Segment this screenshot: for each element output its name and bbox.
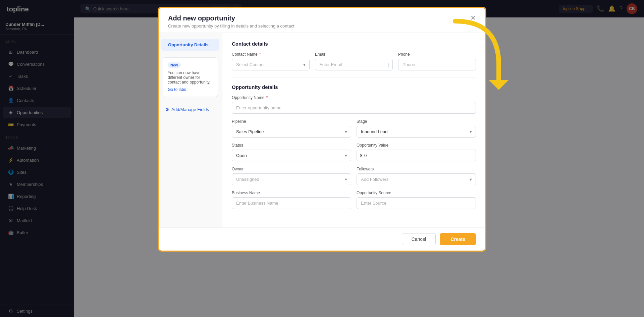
business-name-group: Business Name <box>232 191 351 209</box>
stage-select-wrapper: Inbound Lead ▼ <box>357 126 476 138</box>
create-button[interactable]: Create <box>440 233 476 245</box>
opp-name-group: Opportunity Name * <box>232 95 476 114</box>
modal-sidebar: Opportunity Details New You can now have… <box>159 33 222 227</box>
contact-details-title: Contact details <box>232 41 476 47</box>
opp-name-input[interactable] <box>232 102 476 114</box>
new-badge: New <box>168 62 181 68</box>
add-manage-label: Add/Manage Fields <box>171 107 209 112</box>
status-value-row: Status Open ▼ Opportunity Value $ <box>232 143 476 161</box>
stage-label: Stage <box>357 119 476 124</box>
contact-name-select[interactable]: Select Contact <box>232 59 310 70</box>
status-select[interactable]: Open <box>232 150 351 161</box>
opportunity-details-title: Opportunity details <box>232 84 476 90</box>
opp-value-label: Opportunity Value <box>357 143 476 148</box>
gear-icon: ⚙ <box>165 107 169 112</box>
modal-wrapper: Add new opportunity Create new opportuni… <box>158 7 486 252</box>
add-manage-fields-link[interactable]: ⚙ Add/Manage Fields <box>159 104 222 115</box>
new-badge-message: You can now have different owner for con… <box>168 70 213 85</box>
form-divider-1 <box>232 77 476 77</box>
go-to-labs-link[interactable]: Go to labs <box>168 87 186 92</box>
business-source-row: Business Name Opportunity Source <box>232 191 476 209</box>
business-name-label: Business Name <box>232 191 351 195</box>
followers-select-wrapper: Add Followers ▼ <box>357 173 476 185</box>
phone-input[interactable] <box>398 59 476 70</box>
opp-source-label: Opportunity Source <box>357 191 476 195</box>
opp-source-input[interactable] <box>357 197 476 209</box>
opp-value-input[interactable] <box>357 150 476 161</box>
followers-label: Followers <box>357 167 476 171</box>
contact-name-select-wrapper: Select Contact ▼ <box>232 59 310 70</box>
owner-group: Owner Unassigned ▼ <box>232 167 351 185</box>
modal-footer: Cancel Create <box>159 227 485 251</box>
contact-name-label: Contact Name * <box>232 52 310 57</box>
modal-header: Add new opportunity Create new opportuni… <box>159 8 485 33</box>
stage-select[interactable]: Inbound Lead <box>357 126 476 138</box>
status-select-wrapper: Open ▼ <box>232 150 351 161</box>
followers-select[interactable]: Add Followers <box>357 173 476 185</box>
opp-value-group: Opportunity Value $ <box>357 143 476 161</box>
pipeline-select-wrapper: Sales Pipeline ▼ <box>232 126 351 138</box>
opp-source-group: Opportunity Source <box>357 191 476 209</box>
modal-subtitle: Create new opportunity by filling in det… <box>168 23 294 29</box>
modal-sidebar-item-label: Opportunity Details <box>168 42 209 47</box>
opp-value-wrapper: $ <box>357 150 476 161</box>
pipeline-select[interactable]: Sales Pipeline <box>232 126 351 138</box>
opp-name-label: Opportunity Name * <box>232 95 476 100</box>
phone-label: Phone <box>398 52 476 57</box>
currency-prefix: $ <box>360 153 362 158</box>
status-group: Status Open ▼ <box>232 143 351 161</box>
owner-select[interactable]: Unassigned <box>232 173 351 185</box>
cancel-button[interactable]: Cancel <box>402 233 436 245</box>
owner-label: Owner <box>232 167 351 171</box>
modal-close-button[interactable]: ✕ <box>470 14 476 21</box>
status-label: Status <box>232 143 351 148</box>
phone-group: Phone <box>398 52 476 70</box>
owner-select-wrapper: Unassigned ▼ <box>232 173 351 185</box>
email-input-wrapper: | <box>315 59 393 70</box>
contact-name-group: Contact Name * Select Contact ▼ <box>232 52 310 70</box>
new-badge-panel: New You can now have different owner for… <box>163 57 218 97</box>
modal-form: Contact details Contact Name * Select Co… <box>222 33 485 227</box>
email-icon: | <box>388 62 389 67</box>
contact-details-row: Contact Name * Select Contact ▼ Email <box>232 52 476 70</box>
owner-followers-row: Owner Unassigned ▼ Followers Add Fol <box>232 167 476 185</box>
email-group: Email | <box>315 52 393 70</box>
modal: Add new opportunity Create new opportuni… <box>159 8 485 251</box>
pipeline-group: Pipeline Sales Pipeline ▼ <box>232 119 351 138</box>
email-label: Email <box>315 52 393 57</box>
business-name-input[interactable] <box>232 197 351 209</box>
email-input[interactable] <box>315 59 393 70</box>
modal-body: Opportunity Details New You can now have… <box>159 33 485 227</box>
modal-sidebar-item-opportunity-details[interactable]: Opportunity Details <box>161 39 219 51</box>
pipeline-stage-row: Pipeline Sales Pipeline ▼ Stage Inbo <box>232 119 476 138</box>
modal-title: Add new opportunity <box>168 14 294 22</box>
pipeline-label: Pipeline <box>232 119 351 124</box>
stage-group: Stage Inbound Lead ▼ <box>357 119 476 138</box>
followers-group: Followers Add Followers ▼ <box>357 167 476 185</box>
